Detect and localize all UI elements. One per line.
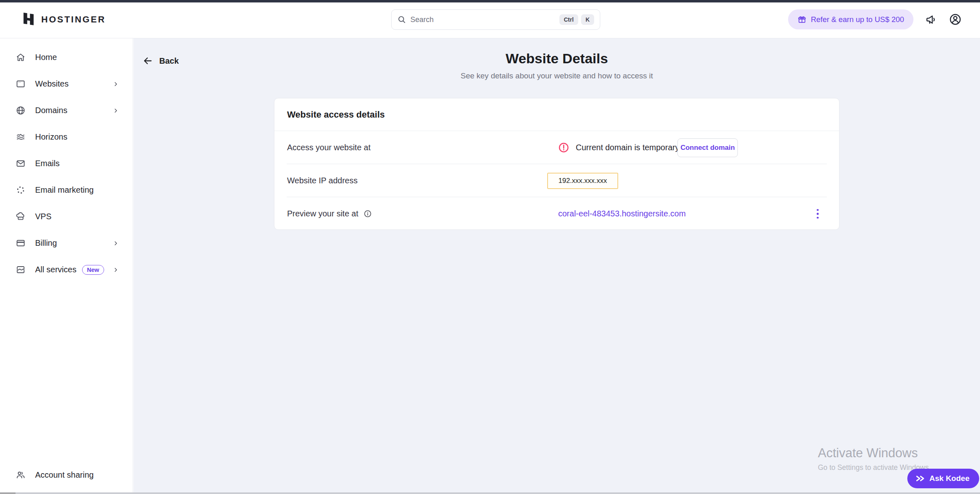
account-menu-button[interactable]: [949, 13, 962, 26]
kebab-menu-icon[interactable]: [815, 207, 820, 220]
home-icon: [16, 52, 26, 63]
sidebar-item-billing[interactable]: Billing: [0, 230, 133, 256]
sidebar-item-label: Domains: [35, 106, 67, 115]
storefront-icon: [16, 265, 26, 275]
announcements-button[interactable]: [925, 13, 937, 26]
cloud-server-icon: [16, 211, 26, 222]
people-icon: [16, 470, 26, 481]
sidebar-item-domains[interactable]: Domains: [0, 97, 133, 124]
access-row: Access your website at Current domain is…: [274, 131, 839, 164]
page-subtitle: See key details about your website and h…: [134, 71, 980, 80]
envelope-icon: [16, 158, 26, 169]
warning-icon: [558, 142, 569, 153]
preview-row: Preview your site at coral-eel-483453.ho…: [274, 197, 839, 230]
sidebar-item-emails[interactable]: Emails: [0, 150, 133, 177]
credit-card-icon: [16, 238, 26, 249]
sidebar-item-label: Account sharing: [35, 470, 94, 480]
sidebar-item-label: Email marketing: [35, 185, 94, 195]
sidebar-item-label: Billing: [35, 238, 57, 248]
sidebar-item-horizons[interactable]: Horizons: [0, 124, 133, 150]
kodee-icon: [915, 474, 925, 483]
ask-kodee-label: Ask Kodee: [929, 474, 969, 483]
sidebar-item-all-services[interactable]: All services New: [0, 256, 133, 283]
card-title: Website access details: [287, 109, 385, 120]
hostinger-logo-icon: [21, 12, 36, 27]
sidebar: Home Websites Domains: [0, 38, 133, 492]
sidebar-item-label: Emails: [35, 159, 60, 168]
preview-site-link[interactable]: coral-eel-483453.hostingersite.com: [558, 209, 686, 218]
shortcut-k-badge: K: [581, 14, 594, 25]
domain-status-text: Current domain is temporary: [576, 143, 679, 152]
dotted-spinner-icon: [16, 185, 26, 196]
shortcut-ctrl-badge: Ctrl: [559, 14, 578, 25]
connect-domain-button[interactable]: Connect domain: [677, 138, 738, 157]
ip-row: Website IP address 192.xxx.xxx.xxx: [274, 164, 839, 197]
sidebar-item-label: VPS: [35, 212, 51, 221]
ip-row-label: Website IP address: [287, 176, 358, 185]
sidebar-item-vps[interactable]: VPS: [0, 203, 133, 230]
search-icon: [397, 15, 406, 24]
refer-earn-button[interactable]: Refer & earn up to US$ 200: [788, 9, 913, 29]
refer-earn-label: Refer & earn up to US$ 200: [811, 15, 904, 24]
globe-icon: [16, 105, 26, 116]
sidebar-item-label: Home: [35, 53, 57, 62]
hostinger-logo[interactable]: HOSTINGER: [21, 12, 106, 27]
chevron-right-icon: [113, 107, 119, 113]
access-row-label: Access your website at: [287, 143, 371, 152]
sidebar-item-websites[interactable]: Websites: [0, 71, 133, 97]
browser-window-icon: [16, 79, 26, 89]
chevron-right-icon: [113, 240, 119, 246]
waves-icon: [16, 132, 26, 142]
sidebar-item-label: All services: [35, 265, 76, 274]
sidebar-item-home[interactable]: Home: [0, 44, 133, 71]
website-access-details-card: Website access details Access your websi…: [274, 98, 840, 230]
ip-highlight-box: 192.xxx.xxx.xxx: [547, 173, 618, 189]
ip-value: 192.xxx.xxx.xxx: [558, 177, 607, 185]
chevron-right-icon: [113, 81, 119, 87]
window-bottom-edge: [0, 492, 980, 494]
sidebar-item-email-marketing[interactable]: Email marketing: [0, 177, 133, 203]
sidebar-item-label: Horizons: [35, 132, 67, 142]
top-header: HOSTINGER Ctrl K Refer & earn up to US$ …: [0, 2, 980, 38]
main-content: Back Website Details See key details abo…: [134, 38, 980, 492]
ask-kodee-button[interactable]: Ask Kodee: [907, 469, 979, 488]
info-icon[interactable]: [363, 209, 372, 218]
gift-icon: [797, 15, 806, 24]
sidebar-item-label: Websites: [35, 79, 69, 89]
preview-row-label: Preview your site at: [287, 209, 359, 218]
search-bar[interactable]: Ctrl K: [391, 9, 600, 30]
chevron-right-icon: [113, 267, 119, 273]
search-input[interactable]: [410, 16, 557, 24]
new-badge: New: [82, 265, 104, 275]
brand-name: HOSTINGER: [41, 14, 106, 25]
page-title: Website Details: [134, 51, 980, 67]
sidebar-item-account-sharing[interactable]: Account sharing: [0, 462, 133, 488]
